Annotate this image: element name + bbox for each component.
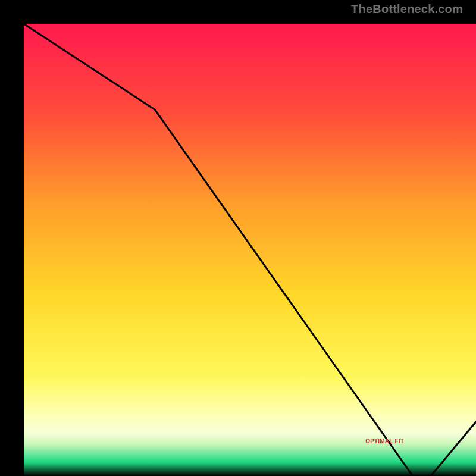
optimal-fit-label: OPTIMAL FIT (365, 438, 404, 444)
watermark-text: TheBottleneck.com (351, 2, 463, 16)
plot-area: OPTIMAL FIT (24, 24, 476, 476)
chart-frame: OPTIMAL FIT (12, 12, 464, 464)
line-series (24, 24, 476, 476)
